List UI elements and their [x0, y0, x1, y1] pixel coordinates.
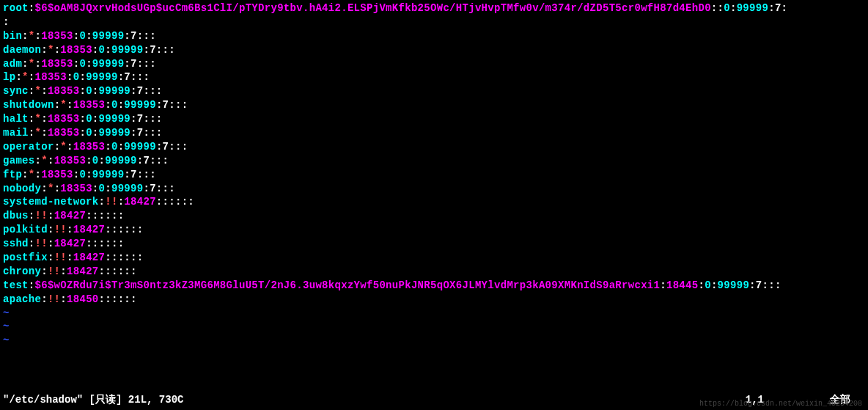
shadow-line-continuation: : [3, 15, 865, 29]
status-file-info: "/etc/shadow" [只读] 21L, 730C [3, 393, 746, 407]
terminal-content: root:$6$oAM8JQxrvHodsUGp$ucCm6Bs1ClI/pTY… [3, 1, 865, 348]
shadow-line: apache:!!:18450:::::: [3, 293, 865, 307]
shadow-line: systemd-network:!!:18427:::::: [3, 195, 865, 209]
shadow-line: halt:*:18353:0:99999:7::: [3, 112, 865, 126]
shadow-line: shutdown:*:18353:0:99999:7::: [3, 98, 865, 112]
shadow-line: mail:*:18353:0:99999:7::: [3, 126, 865, 140]
shadow-line: root:$6$oAM8JQxrvHodsUGp$ucCm6Bs1ClI/pTY… [3, 1, 865, 15]
shadow-line: bin:*:18353:0:99999:7::: [3, 29, 865, 43]
shadow-line: games:*:18353:0:99999:7::: [3, 154, 865, 168]
shadow-line: polkitd:!!:18427:::::: [3, 223, 865, 237]
vim-empty-line-tilde: ~ [3, 334, 865, 348]
shadow-line: test:$6$wOZRdu7i$Tr3mS0ntz3kZ3MG6M8GluU5… [3, 279, 865, 293]
shadow-line: postfix:!!:18427:::::: [3, 251, 865, 265]
shadow-line: operator:*:18353:0:99999:7::: [3, 140, 865, 154]
shadow-line: dbus:!!:18427:::::: [3, 209, 865, 223]
watermark-text: https://blog.csdn.net/weixin_45254208 [699, 399, 862, 409]
shadow-line: daemon:*:18353:0:99999:7::: [3, 43, 865, 57]
vim-empty-line-tilde: ~ [3, 307, 865, 321]
vim-empty-line-tilde: ~ [3, 320, 865, 334]
shadow-line: sshd:!!:18427:::::: [3, 237, 865, 251]
shadow-line: sync:*:18353:0:99999:7::: [3, 84, 865, 98]
shadow-line: ftp:*:18353:0:99999:7::: [3, 168, 865, 182]
shadow-line: adm:*:18353:0:99999:7::: [3, 57, 865, 71]
shadow-line: lp:*:18353:0:99999:7::: [3, 70, 865, 84]
shadow-line: nobody:*:18353:0:99999:7::: [3, 182, 865, 196]
shadow-line: chrony:!!:18427:::::: [3, 265, 865, 279]
